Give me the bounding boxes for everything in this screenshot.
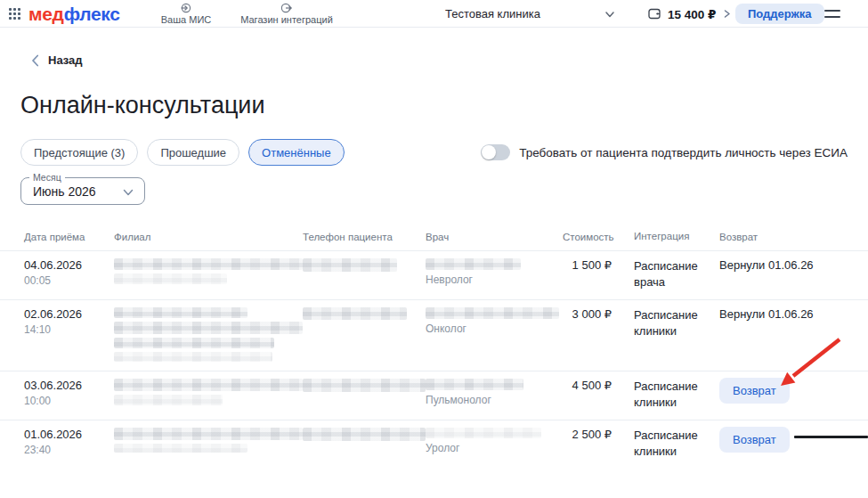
- balance-widget[interactable]: 15 400 ₽: [648, 0, 732, 28]
- date-cell: 02.06.2026 14:10: [24, 307, 114, 336]
- redacted-text: [114, 352, 272, 362]
- redacted-text: [426, 428, 541, 438]
- redacted-text: [114, 338, 274, 348]
- branch-cell: [114, 379, 303, 409]
- redacted-text: [114, 395, 223, 405]
- clinic-name: Тестовая клиника: [445, 7, 540, 20]
- column-header-refund: Возврат: [719, 232, 868, 242]
- back-link[interactable]: Назад: [31, 53, 83, 67]
- chevron-down-icon[interactable]: [604, 8, 616, 20]
- price-cell: 1 500 ₽: [563, 258, 616, 272]
- refund-cell: Возврат: [719, 428, 868, 453]
- filter-cancelled[interactable]: Отменённые: [248, 139, 345, 166]
- price-cell: 2 500 ₽: [563, 428, 616, 441]
- online-consultations-page: медфлекс Ваша МИС Магазин интеграций Тес…: [0, 0, 868, 498]
- menu-icon[interactable]: [824, 10, 840, 22]
- phone-cell: [303, 307, 426, 323]
- date-cell: 01.06.2026 23:40: [24, 428, 114, 456]
- brand[interactable]: медфлекс: [9, 0, 120, 28]
- nav-your-mis[interactable]: Ваша МИС: [154, 3, 218, 25]
- redacted-text: [114, 428, 303, 440]
- nav-your-mis-label: Ваша МИС: [161, 14, 211, 25]
- price-cell: 3 000 ₽: [563, 307, 616, 321]
- column-header-integration: Интеграция: [616, 230, 719, 244]
- chevron-down-icon: [122, 187, 134, 198]
- app-grid-icon[interactable]: [9, 8, 20, 20]
- column-header-date: Дата приёма: [24, 232, 114, 242]
- logo-part-flex: флекс: [64, 4, 120, 24]
- support-button[interactable]: Поддержка: [735, 4, 824, 24]
- refund-cell: Вернули 01.06.26: [719, 258, 868, 273]
- filter-upcoming[interactable]: Предстоящие (3): [20, 139, 138, 166]
- toggle-knob: [482, 145, 496, 159]
- top-bar: медфлекс Ваша МИС Магазин интеграций Тес…: [0, 0, 868, 28]
- redacted-text: [114, 258, 303, 270]
- redacted-text: [114, 273, 227, 284]
- arrow-out-of-circle-icon: [281, 3, 292, 13]
- redacted-text: [303, 428, 426, 441]
- redacted-text: [303, 307, 407, 320]
- doctor-cell: Пульмонолог: [426, 379, 563, 406]
- redacted-text: [426, 307, 559, 319]
- redacted-text: [114, 307, 247, 318]
- status-filter-tabs: Предстоящие (3) Прошедшие Отменённые: [20, 139, 345, 166]
- column-header-doctor: Врач: [426, 232, 563, 242]
- refund-cell: Возврат: [719, 379, 868, 404]
- nav-integrations-market-label: Магазин интеграций: [240, 14, 333, 25]
- nav-integrations-market[interactable]: Магазин интеграций: [233, 3, 340, 25]
- logo-part-med: мед: [28, 4, 64, 24]
- date-cell: 04.06.2026 00:05: [24, 258, 114, 287]
- phone-cell: [303, 428, 426, 445]
- clinic-selector[interactable]: Тестовая клиника: [445, 0, 540, 28]
- table-row[interactable]: 01.06.2026 23:40 Уролог 2 500 ₽ Расписан…: [0, 420, 868, 469]
- branch-cell: [114, 307, 303, 365]
- column-header-branch: Филиал: [114, 232, 303, 242]
- logo: медфлекс: [28, 4, 120, 25]
- month-select[interactable]: Месяц Июнь 2026: [20, 177, 145, 205]
- table-row[interactable]: 04.06.2026 00:05 Невролог 1 500 ₽ Распис…: [0, 250, 868, 299]
- phone-cell: [303, 379, 426, 396]
- back-label: Назад: [48, 53, 83, 67]
- date-cell: 03.06.2026 10:00: [24, 379, 114, 407]
- column-header-phone: Телефон пациента: [303, 232, 426, 242]
- refund-cell: Вернули 01.06.26: [719, 307, 868, 322]
- balance-amount: 15 400 ₽: [668, 7, 716, 21]
- redacted-text: [114, 444, 247, 453]
- arrow-into-circle-icon: [181, 3, 191, 13]
- doctor-cell: Невролог: [426, 258, 563, 286]
- redacted-text: [303, 258, 397, 272]
- month-select-value: Июнь 2026: [33, 184, 96, 199]
- branch-cell: [114, 258, 303, 288]
- annotation-line: [794, 436, 868, 438]
- month-select-label: Месяц: [29, 172, 65, 183]
- redacted-text: [426, 258, 521, 270]
- table-body: 04.06.2026 00:05 Невролог 1 500 ₽ Распис…: [0, 250, 868, 469]
- doctor-cell: Уролог: [426, 428, 563, 454]
- redacted-text: [426, 379, 523, 390]
- table-row[interactable]: 02.06.2026 14:10 Онколог 3 000 ₽ Расписа…: [0, 299, 868, 371]
- esia-toggle-group: Требовать от пациента подтвердить личнос…: [481, 144, 848, 160]
- branch-cell: [114, 428, 303, 456]
- refund-button[interactable]: Возврат: [719, 427, 790, 453]
- chevron-left-icon: [31, 54, 39, 67]
- phone-cell: [303, 258, 426, 275]
- page-title: Онлайн-консультации: [20, 92, 265, 119]
- filter-past[interactable]: Прошедшие: [147, 139, 239, 166]
- esia-toggle-label: Требовать от пациента подтвердить личнос…: [519, 146, 848, 159]
- table-header: Дата приёма Филиал Телефон пациента Врач…: [0, 223, 868, 250]
- integration-cell: Расписание врача: [616, 258, 719, 290]
- redacted-text: [303, 379, 426, 392]
- refund-button[interactable]: Возврат: [719, 378, 790, 404]
- doctor-cell: Онколог: [426, 307, 563, 335]
- price-cell: 4 500 ₽: [563, 379, 616, 392]
- redacted-text: [114, 379, 303, 391]
- column-header-price: Стоимость: [563, 232, 616, 242]
- consultations-table: Дата приёма Филиал Телефон пациента Врач…: [0, 223, 868, 469]
- chevron-right-icon: [722, 9, 732, 19]
- esia-toggle[interactable]: [481, 144, 510, 160]
- redacted-text: [114, 322, 303, 334]
- table-row[interactable]: 03.06.2026 10:00 Пульмонолог 4 500 ₽ Рас…: [0, 371, 868, 420]
- integration-cell: Расписание клиники: [616, 428, 719, 459]
- wallet-icon: [648, 8, 661, 20]
- integration-cell: Расписание клиники: [616, 379, 719, 410]
